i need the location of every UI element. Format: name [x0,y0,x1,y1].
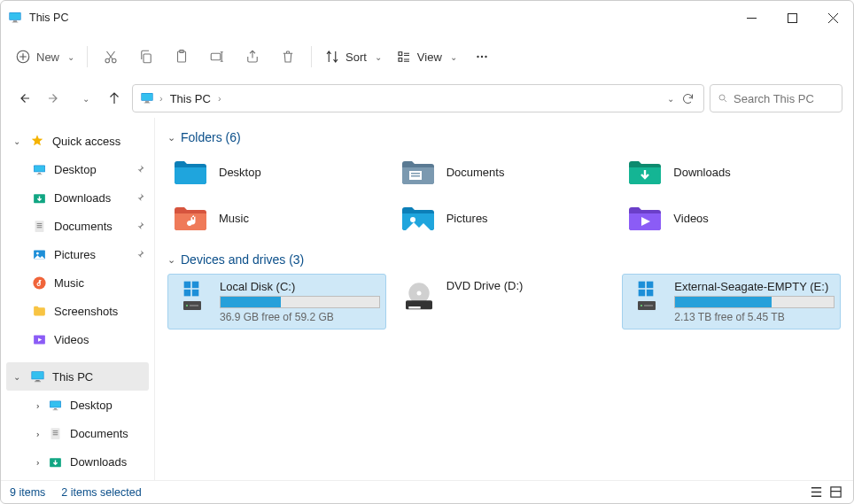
drive-usage-bar [674,296,835,308]
search-input[interactable] [734,92,835,105]
toolbar: New ⌄ Sort ⌄ View ⌄ [1,35,853,79]
monitor-icon [8,11,22,25]
chevron-right-icon: › [159,93,163,104]
folder-tile-downloads[interactable]: Downloads [622,151,841,192]
minimize-button[interactable] [731,1,772,35]
sidebar-item-label: Downloads [70,455,127,469]
breadcrumb-root[interactable]: This PC [168,90,213,107]
drives-group-header[interactable]: ⌄ Devices and drives (3) [167,252,841,267]
copy-button[interactable] [128,41,164,73]
folder-tile-desktop[interactable]: Desktop [167,151,386,192]
view-button[interactable]: View ⌄ [389,41,464,73]
new-button[interactable]: New ⌄ [8,41,82,73]
status-selected-count: 2 items selected [61,486,141,499]
downloads-folder-icon [625,155,664,189]
videos-folder-icon [625,201,664,235]
folder-label: Music [219,212,249,225]
folder-tile-documents[interactable]: Documents [395,151,614,192]
chevron-down-icon[interactable]: ⌄ [13,136,22,146]
star-icon [29,134,45,148]
rename-button[interactable] [199,41,235,73]
chevron-down-icon: ⌄ [167,254,175,266]
search-box[interactable] [710,84,842,112]
sidebar-this-pc[interactable]: ⌄ This PC [6,362,149,391]
monitor-icon [29,369,45,384]
documents-folder-icon [399,155,438,189]
desktop-icon [47,398,63,413]
sidebar-pc-desktop[interactable]: ⌄ Desktop [1,391,154,419]
chevron-right-icon[interactable]: ⌄ [31,457,41,466]
picture-icon [31,247,47,262]
titlebar: This PC [1,1,853,35]
chevron-down-icon: ⌄ [375,52,382,62]
drive-free-text: 36.9 GB free of 59.2 GB [220,311,380,323]
back-button[interactable] [12,86,36,111]
chevron-right-icon: › [218,93,221,104]
sidebar-pc-downloads[interactable]: ⌄ Downloads [1,447,154,476]
close-button[interactable] [812,1,853,35]
paste-button[interactable] [164,41,199,73]
sidebar-quick-access[interactable]: ⌄ Quick access [1,127,154,155]
sidebar-item-label: Videos [54,333,89,346]
folder-tile-videos[interactable]: Videos [622,198,841,238]
drive-tile[interactable]: Local Disk (C:)36.9 GB free of 59.2 GB [167,274,386,330]
sidebar-item-screenshots[interactable]: Screenshots [1,297,154,325]
recent-dropdown[interactable]: ⌄ [72,86,97,111]
address-bar[interactable]: › This PC › ⌄ [132,84,704,112]
desktop-icon [31,162,47,177]
share-button[interactable] [235,41,270,73]
pin-icon [135,192,145,203]
sidebar-item-documents[interactable]: Documents [1,212,154,240]
pin-icon [135,249,145,260]
refresh-button[interactable] [681,92,695,105]
sidebar-item-label: Documents [54,220,113,233]
sidebar-item-music[interactable]: Music [1,268,154,297]
delete-button[interactable] [270,41,306,73]
sort-button[interactable]: Sort ⌄ [317,41,389,73]
sidebar-item-desktop[interactable]: Desktop [1,155,154,183]
cut-button[interactable] [93,41,128,73]
folder-label: Pictures [446,212,488,225]
drive-name: DVD Drive (D:) [446,279,609,292]
window-title: This PC [29,12,68,24]
desktop-folder-icon [171,155,210,189]
drive-tile[interactable]: External-Seagate-EMPTY (E:)2.13 TB free … [622,274,841,330]
pin-icon [135,221,145,231]
download-icon [47,454,63,469]
up-button[interactable] [102,86,127,111]
view-label: View [417,50,442,64]
maximize-button[interactable] [772,1,812,35]
tiles-view-button[interactable] [827,485,844,500]
chevron-down-icon[interactable]: ⌄ [13,372,22,382]
more-button[interactable] [464,41,500,73]
sidebar-pc-documents[interactable]: ⌄ Documents [1,419,154,447]
drive-name: External-Seagate-EMPTY (E:) [674,280,835,293]
chevron-down-icon: ⌄ [450,52,457,62]
sidebar: ⌄ Quick access Desktop Downloads Documen… [1,118,155,480]
sidebar-item-label: Pictures [54,248,96,261]
folder-tile-music[interactable]: Music [167,198,386,238]
sidebar-item-pictures[interactable]: Pictures [1,240,154,268]
sidebar-item-videos[interactable]: Videos [1,325,154,353]
separator [311,46,312,67]
folders-group-header[interactable]: ⌄ Folders (6) [167,130,841,144]
folder-tile-pictures[interactable]: Pictures [395,198,614,238]
status-bar: 9 items 2 items selected [1,480,853,503]
sidebar-item-label: Downloads [54,191,111,205]
folder-label: Desktop [219,166,261,179]
address-dropdown[interactable]: ⌄ [667,94,674,104]
download-icon [31,190,47,205]
sidebar-item-label: Desktop [54,163,97,176]
sidebar-item-downloads[interactable]: Downloads [1,183,154,212]
details-view-button[interactable] [807,485,825,500]
forward-button[interactable] [42,86,66,111]
content-area: ⌄ Folders (6) Desktop Documents Download… [155,118,853,480]
drives-group-label: Devices and drives (3) [181,252,304,267]
chevron-right-icon[interactable]: ⌄ [31,400,41,409]
search-icon [718,92,728,105]
chevron-right-icon[interactable]: ⌄ [31,429,41,438]
drive-name: Local Disk (C:) [220,280,380,293]
chevron-down-icon: ⌄ [167,132,175,143]
video-icon [31,332,47,347]
drive-tile[interactable]: DVD Drive (D:) [395,274,614,330]
